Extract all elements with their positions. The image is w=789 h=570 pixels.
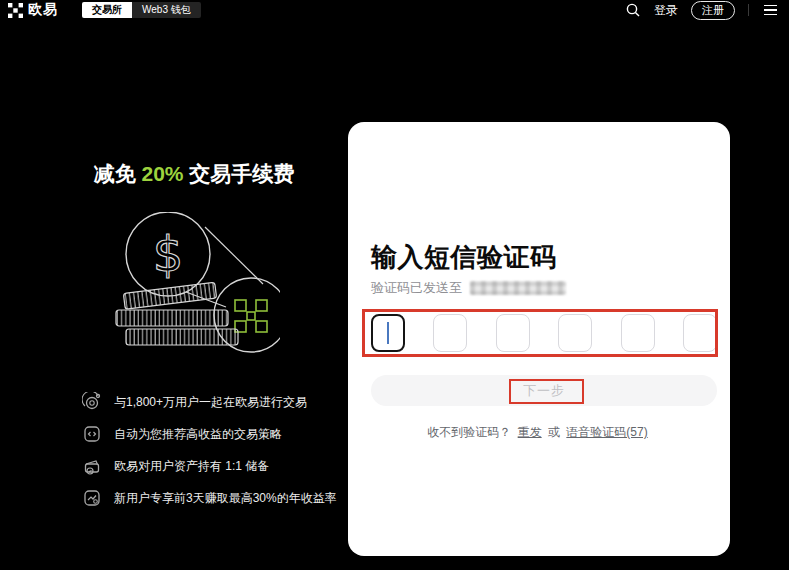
card-title: 输入短信验证码 [371, 240, 557, 275]
feature-item: 自动为您推荐高收益的交易策略 [82, 424, 337, 444]
code-input-3[interactable] [496, 314, 530, 352]
promo-headline: 减免 20% 交易手续费 [56, 160, 332, 188]
code-input-5[interactable] [621, 314, 655, 352]
or-text: 或 [548, 425, 560, 439]
code-input-4[interactable] [558, 314, 592, 352]
globe-users-icon [82, 392, 102, 412]
promo-section: 减免 20% 交易手续费 $ [56, 160, 332, 530]
feature-text: 自动为您推荐高收益的交易策略 [114, 426, 282, 443]
top-nav: 欧易 交易所 Web3 钱包 登录 注册 [0, 0, 789, 20]
feature-text: 新用户专享前3天赚取最高30%的年收益率 [114, 490, 337, 507]
feature-item: 与1,800+万用户一起在欧易进行交易 [82, 392, 337, 412]
text-caret [387, 322, 389, 344]
resend-link[interactable]: 重发 [518, 425, 542, 439]
menu-icon[interactable] [762, 3, 779, 18]
coins-illustration: $ [56, 212, 332, 354]
yield-chart-icon [82, 488, 102, 508]
code-input-1[interactable] [371, 314, 405, 352]
nav-right-group: 登录 注册 [625, 1, 779, 20]
redacted-phone-number [470, 281, 566, 295]
discount-highlight: 20% [141, 162, 183, 185]
strategy-code-icon [82, 424, 102, 444]
verification-code-inputs [371, 314, 717, 352]
tab-web3-wallet[interactable]: Web3 钱包 [132, 2, 201, 18]
voice-code-link[interactable]: 语音验证码(57) [566, 425, 647, 439]
feature-item: 欧易对用户资产持有 1:1 储备 [82, 456, 337, 476]
nav-divider [748, 4, 749, 16]
code-input-6[interactable] [683, 314, 717, 352]
help-row: 收不到验证码？ 重发 或 语音验证码(57) [348, 424, 730, 441]
reserve-wallet-icon [82, 456, 102, 476]
next-button[interactable]: 下一步 [371, 375, 717, 406]
tab-exchange[interactable]: 交易所 [82, 2, 132, 18]
feature-text: 欧易对用户资产持有 1:1 储备 [114, 458, 269, 475]
svg-text:$: $ [153, 226, 184, 282]
search-icon[interactable] [625, 2, 641, 18]
sms-verification-card: 输入短信验证码 验证码已发送至 下一步 收不到验证码？ 重发 或 语音验证码(5… [348, 122, 730, 556]
okx-grid-icon [8, 3, 23, 18]
feature-item: 新用户专享前3天赚取最高30%的年收益率 [82, 488, 337, 508]
subtitle-text: 验证码已发送至 [371, 279, 462, 297]
card-subtitle: 验证码已发送至 [371, 279, 566, 297]
okx-logo[interactable]: 欧易 [8, 1, 58, 19]
nav-tab-group: 交易所 Web3 钱包 [82, 2, 201, 18]
register-button[interactable]: 注册 [691, 1, 735, 20]
page: 欧易 交易所 Web3 钱包 登录 注册 减免 20% 交易手续费 [0, 0, 789, 570]
feature-text: 与1,800+万用户一起在欧易进行交易 [114, 394, 307, 411]
help-prefix: 收不到验证码？ [427, 425, 511, 439]
feature-list: 与1,800+万用户一起在欧易进行交易 自动为您推荐高收益的交易策略 欧易对用户… [82, 392, 337, 508]
login-button[interactable]: 登录 [654, 2, 678, 19]
code-input-2[interactable] [433, 314, 467, 352]
brand-name: 欧易 [28, 1, 58, 19]
